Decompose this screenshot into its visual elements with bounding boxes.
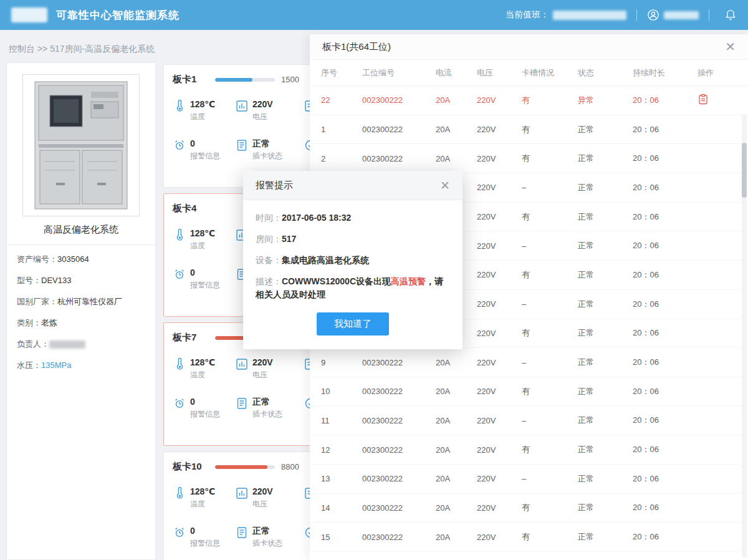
detail-value: DEV133 [41, 276, 71, 285]
alarm-detail-icon[interactable] [698, 94, 709, 105]
table-row: 9 002300222 20A 220V – 正常 20：06 [310, 348, 748, 377]
voltage-chart-icon [235, 99, 249, 113]
column-header: 电流 [436, 67, 477, 79]
detail-value: 老炼 [41, 318, 57, 327]
cell-duration: 20：06 [633, 182, 698, 193]
detail-label: 资产编号： [17, 254, 57, 264]
cell-slot: – [522, 183, 578, 192]
board-name: 板卡4 [173, 203, 211, 215]
modal-fields: 时间：2017-06-05 18:32房间：517设备：集成电路高温老化系统 [256, 211, 450, 267]
cell-status: 正常 [578, 124, 633, 135]
cell-voltage: 220V [477, 416, 522, 425]
cell-duration: 20：06 [633, 299, 698, 310]
cell-voltage: 220V [477, 299, 522, 309]
cell-voltage: 220V [477, 503, 522, 513]
cell-voltage: 220V [477, 154, 522, 163]
cell-station: 002300222 [362, 95, 436, 105]
voltage-stat: 220V 电压 [235, 99, 304, 122]
temperature-value: 128℃ [190, 357, 215, 367]
board-progress-bar [215, 465, 275, 469]
alarm-stat: 0 报警信息 [173, 138, 235, 162]
cell-current: 20A [436, 125, 477, 134]
alarm-modal-header: 报警提示 ✕ [243, 171, 463, 200]
voltage-value: 220V [252, 99, 273, 109]
table-row: 11 002300222 20A 220V – 正常 20：06 [310, 407, 748, 436]
cell-station: 002300222 [362, 358, 436, 367]
cell-slot: – [522, 299, 578, 309]
column-header: 序号 [321, 67, 362, 79]
alarm-label: 报警信息 [190, 280, 220, 291]
user-name-redacted [664, 11, 699, 19]
thermometer-icon [173, 99, 186, 113]
cell-duration: 20：06 [633, 124, 698, 135]
alarm-count: 0 [190, 138, 220, 148]
modal-field-row: 设备：集成电路高温老化系统 [256, 254, 450, 267]
cell-no: 2 [321, 154, 362, 163]
cell-duration: 20：06 [633, 95, 698, 106]
cell-status: 正常 [578, 211, 633, 223]
cell-station: 002300222 [362, 387, 436, 396]
cell-status: 正常 [578, 502, 633, 513]
cell-status: 正常 [578, 531, 633, 543]
table-row: 22 002300222 20A 220V 有 异常 20：06 [310, 86, 748, 115]
cell-duration: 20：06 [633, 269, 698, 281]
panel-close-icon[interactable]: ✕ [725, 41, 736, 53]
cell-no: 9 [321, 358, 362, 367]
column-header: 持续时长 [633, 67, 698, 79]
alarm-label: 报警信息 [190, 538, 220, 549]
detail-label: 国别厂家： [17, 297, 57, 306]
card-slot-icon [235, 526, 249, 539]
user-icon[interactable] [647, 9, 659, 21]
cell-status: 正常 [578, 386, 633, 397]
cell-current: 20A [436, 416, 477, 425]
alarm-bell-icon [173, 138, 186, 152]
modal-field-row: 房间：517 [256, 233, 450, 246]
alarm-count: 0 [190, 268, 220, 278]
cell-voltage: 220V [477, 329, 522, 338]
cell-slot: 有 [522, 153, 578, 164]
temperature-stat: 128℃ 温度 [173, 486, 235, 509]
device-detail-row: 水压：135MPa [17, 360, 145, 370]
cell-slot: 有 [522, 124, 578, 135]
cell-current: 20A [436, 533, 477, 542]
cell-duration: 20：06 [633, 240, 698, 251]
cell-station: 002300222 [362, 445, 436, 455]
voltage-label: 电压 [252, 499, 273, 509]
temperature-label: 温度 [190, 370, 215, 380]
voltage-value: 220V [252, 486, 273, 496]
bell-icon[interactable] [724, 9, 737, 21]
slot-status-stat: 正常 插卡状态 [235, 526, 304, 549]
cell-slot: 有 [522, 386, 578, 397]
alarm-bell-icon [173, 526, 186, 539]
app-header: 可靠性中心智能监测系统 当前值班： [0, 0, 748, 30]
table-row: 10 002300222 20A 220V 有 正常 20：06 [310, 377, 748, 407]
table-row: 2 002300222 20A 220V 有 正常 20：06 [310, 144, 748, 173]
header-right: 当前值班： [506, 9, 737, 21]
cell-slot: – [522, 416, 578, 425]
cell-duration: 20：06 [633, 211, 698, 223]
thermometer-icon [173, 486, 186, 500]
detail-label: 类别： [17, 318, 41, 327]
cell-station: 002300222 [362, 416, 436, 425]
modal-close-icon[interactable]: ✕ [440, 180, 450, 191]
slot-status-value: 正常 [252, 397, 282, 407]
scrollbar-thumb[interactable] [742, 143, 747, 198]
slot-status-label: 插卡状态 [252, 409, 282, 420]
cell-voltage: 220V [477, 241, 522, 251]
card-slot-icon [235, 397, 249, 410]
workstation-panel-header: 板卡1(共64工位) ✕ [310, 34, 748, 60]
alarm-label: 报警信息 [190, 151, 220, 162]
modal-field-row: 时间：2017-06-05 18:32 [256, 211, 450, 224]
acknowledge-button[interactable]: 我知道了 [317, 312, 389, 336]
cell-voltage: 220V [477, 95, 522, 105]
scrollbar-track[interactable] [742, 114, 747, 558]
device-details: 资产编号：3035064 型号：DEV133 国别厂家：杭州可靠性仪器厂 类别：… [7, 251, 155, 384]
voltage-chart-icon [235, 486, 249, 500]
cell-no: 10 [321, 387, 362, 396]
breadcrumb[interactable]: 控制台 >> 517房间-高温反偏老化系统 [9, 44, 155, 55]
table-row: 15 002300222 20A 220V 有 正常 20：06 [310, 523, 748, 552]
cell-duration: 20：06 [633, 415, 698, 426]
cell-duration: 20：06 [633, 153, 698, 164]
cell-current: 20A [436, 95, 477, 105]
slot-status-value: 正常 [252, 526, 282, 536]
